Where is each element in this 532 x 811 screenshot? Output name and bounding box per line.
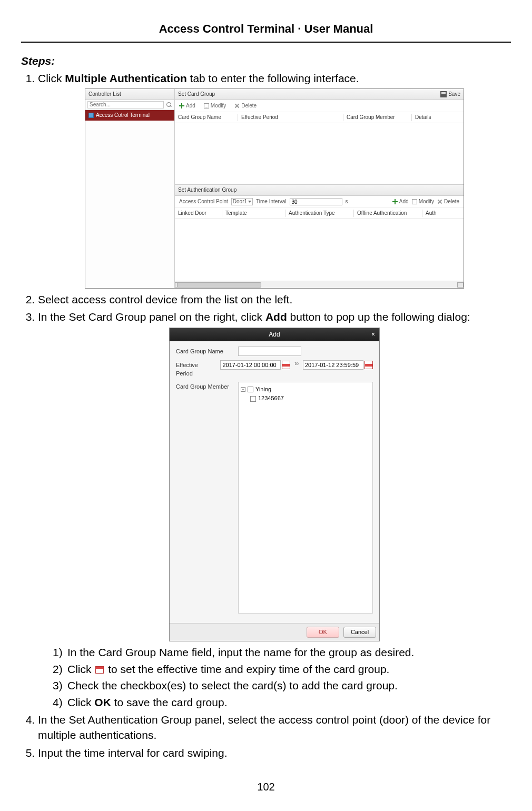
controller-list-panel: Controller List Access Cotrol Terminal [85,89,175,288]
scroll-right-icon[interactable] [457,282,464,288]
edit-icon [204,103,209,108]
right-panel: Set Card Group Save Add Modify Delete Ca… [175,89,464,288]
set-card-group-header: Set Card Group Save [175,89,464,100]
period-start-input[interactable] [220,360,281,370]
auth-group-table-header: Linked Door Template Authentication Type… [175,208,464,219]
dialog-title: Add [269,331,280,338]
checkbox[interactable] [250,396,256,402]
door-select[interactable]: Door1 [231,198,253,205]
collapse-icon[interactable]: − [241,387,245,392]
calendar-icon[interactable] [364,361,373,369]
member-tree[interactable]: − Yining 12345667 [238,382,373,614]
save-icon [440,91,447,97]
delete-icon [234,103,240,108]
substep-3: 3)Check the checkbox(es) to select the c… [53,678,511,693]
auth-add-button[interactable]: Add [392,198,409,205]
step-3-pre: In the Set Card Group panel on the right… [38,311,265,323]
search-icon[interactable] [166,102,172,108]
period-end [303,360,373,370]
step-1-text-pre: Click [38,72,65,84]
col-auth-type: Authentication Type [285,210,354,217]
label-card-group-name: Card Group Name [176,347,234,355]
step-3: In the Set Card Group panel on the right… [38,309,511,710]
device-icon [88,113,94,118]
delete-label: Delete [241,102,257,110]
horizontal-scrollbar[interactable] [175,281,464,288]
substep-4-pre: Click [67,696,94,708]
card-group-name-input[interactable] [238,347,301,356]
cancel-button[interactable]: Cancel [343,627,376,638]
set-auth-group-header: Set Authentication Group [175,184,464,196]
substep-2-post: to set the effective time and expiry tim… [105,663,389,675]
period-end-input[interactable] [303,360,363,370]
auth-delete-button[interactable]: Delete [437,198,459,205]
time-interval-unit: s [346,198,348,205]
search-row [85,100,174,110]
device-item[interactable]: Access Cotrol Terminal [85,110,174,121]
checkbox[interactable] [248,387,253,392]
substep-2-pre: Click [67,663,94,675]
dialog-titlebar: Add × [170,328,379,341]
col-linked-door: Linked Door [175,210,222,217]
card-group-toolbar: Add Modify Delete [175,100,464,112]
plus-icon [179,103,184,108]
auth-modify-label: Modify [419,198,434,205]
page-number: 102 [21,779,511,794]
org-label: Yining [255,385,271,393]
save-label: Save [448,91,460,98]
tree-card-node[interactable]: 12345667 [250,394,370,402]
period-to: to [294,360,299,367]
edit-icon [412,199,417,204]
delete-button[interactable]: Delete [234,102,257,110]
steps-heading: Steps: [21,53,511,68]
close-icon[interactable]: × [371,330,375,339]
modify-button[interactable]: Modify [204,102,226,110]
col-template: Template [222,210,285,217]
modify-label: Modify [211,102,226,110]
step-1: Click Multiple Authentication tab to ent… [38,71,511,288]
substep-1-text: In the Card Group Name field, input the … [67,646,414,658]
card-group-table-header: Card Group Name Effective Period Card Gr… [175,112,464,123]
substep-3-text: Check the checkbox(es) to select the car… [67,679,398,691]
screenshot-multiple-auth: Controller List Access Cotrol Terminal S… [85,88,464,289]
time-interval-input[interactable] [290,198,342,205]
search-input[interactable] [87,101,164,108]
row-card-group-name: Card Group Name [176,347,373,356]
col-name: Card Group Name [175,114,238,121]
add-label: Add [186,102,195,110]
set-card-group-title: Set Card Group [178,91,215,98]
auth-group-controls: Access Control Point Door1 Time Interval… [175,196,464,208]
dialog-body: Card Group Name Effective Period to [170,341,379,623]
add-button[interactable]: Add [179,102,195,110]
card-group-table-body [175,123,464,185]
substeps: 1)In the Card Group Name field, input th… [53,645,511,710]
controller-list-header: Controller List [85,89,174,100]
row-effective-period: Effective Period to [176,360,373,378]
calendar-icon[interactable] [282,361,290,369]
auth-add-label: Add [399,198,409,205]
steps-list: Click Multiple Authentication tab to ent… [38,71,511,760]
plus-icon [392,199,398,204]
substep-4: 4)Click OK to save the card group. [53,695,511,710]
tree-org-node[interactable]: − Yining [241,385,370,393]
save-button[interactable]: Save [440,91,460,98]
auth-modify-button[interactable]: Modify [412,198,434,205]
substep-4-bold: OK [94,696,111,708]
label-effective-period: Effective Period [176,360,216,378]
dialog-footer: OK Cancel [170,623,379,641]
step-5: Input the time interval for card swiping… [38,745,511,760]
auth-group-table-body [175,219,464,281]
auth-delete-label: Delete [444,198,459,205]
door-value: Door1 [233,198,247,205]
col-details: Details [412,114,464,121]
col-period: Effective Period [238,114,343,121]
step-1-text-post: tab to enter the following interface. [187,72,359,84]
col-offline-auth: Offline Authentication [354,210,422,217]
step-3-bold: Add [265,311,287,323]
ok-button[interactable]: OK [307,627,339,638]
scroll-thumb[interactable] [177,282,261,288]
time-interval-label: Time Interval [256,198,286,205]
step-1-bold: Multiple Authentication [65,72,186,84]
label-card-group-member: Card Group Member [176,382,234,391]
screenshot-add-dialog: Add × Card Group Name Effective Period t… [169,328,380,641]
